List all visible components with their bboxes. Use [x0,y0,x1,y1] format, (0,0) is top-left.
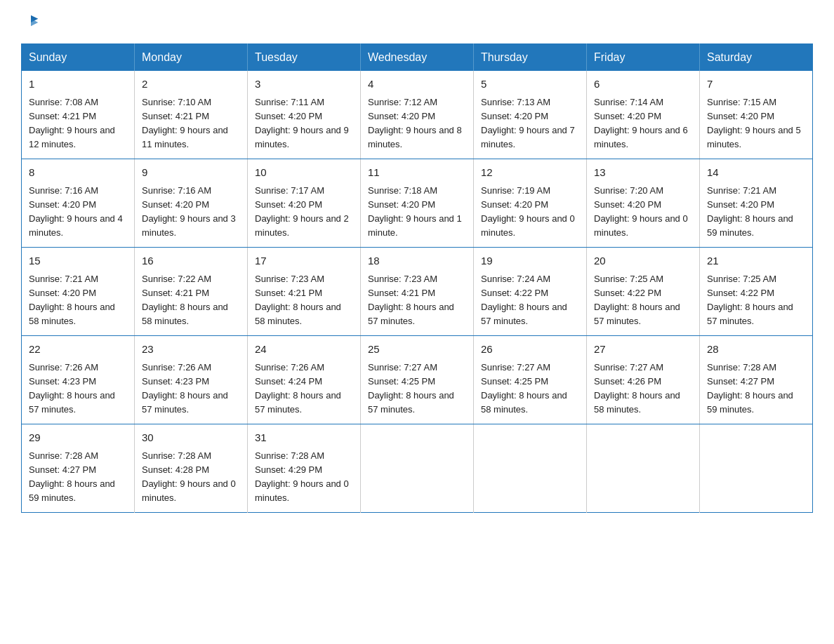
day-number: 1 [29,76,127,93]
day-info: Sunrise: 7:27 AM Sunset: 4:26 PM Dayligh… [594,361,692,417]
day-info: Sunrise: 7:28 AM Sunset: 4:29 PM Dayligh… [255,449,353,506]
calendar-day-cell: 25 Sunrise: 7:27 AM Sunset: 4:25 PM Dayl… [361,336,474,424]
day-number: 4 [368,76,466,93]
day-info: Sunrise: 7:12 AM Sunset: 4:20 PM Dayligh… [368,95,466,152]
calendar-empty-cell [361,424,474,513]
weekday-header-monday: Monday [135,44,248,72]
calendar-day-cell: 26 Sunrise: 7:27 AM Sunset: 4:25 PM Dayl… [474,336,587,424]
calendar-week-row: 15 Sunrise: 7:21 AM Sunset: 4:20 PM Dayl… [22,248,813,336]
calendar-empty-cell [587,424,700,513]
calendar-week-row: 1 Sunrise: 7:08 AM Sunset: 4:21 PM Dayli… [22,71,813,159]
day-number: 16 [142,253,240,269]
day-number: 20 [594,253,692,269]
day-number: 24 [255,342,353,358]
calendar-header-row: SundayMondayTuesdayWednesdayThursdayFrid… [22,44,813,72]
logo-flag-icon [22,14,39,31]
calendar-week-row: 22 Sunrise: 7:26 AM Sunset: 4:23 PM Dayl… [22,336,813,424]
day-info: Sunrise: 7:25 AM Sunset: 4:22 PM Dayligh… [594,272,692,329]
calendar-day-cell: 9 Sunrise: 7:16 AM Sunset: 4:20 PM Dayli… [135,159,248,248]
day-number: 22 [29,342,127,358]
day-info: Sunrise: 7:15 AM Sunset: 4:20 PM Dayligh… [707,95,805,152]
calendar-day-cell: 2 Sunrise: 7:10 AM Sunset: 4:21 PM Dayli… [135,71,248,159]
calendar-empty-cell [474,424,587,513]
weekday-header-tuesday: Tuesday [248,44,361,72]
day-number: 25 [368,342,466,358]
calendar-day-cell: 12 Sunrise: 7:19 AM Sunset: 4:20 PM Dayl… [474,159,587,248]
weekday-header-wednesday: Wednesday [361,44,474,72]
weekday-header-friday: Friday [587,44,700,72]
weekday-header-thursday: Thursday [474,44,587,72]
day-info: Sunrise: 7:26 AM Sunset: 4:24 PM Dayligh… [255,361,353,417]
day-info: Sunrise: 7:22 AM Sunset: 4:21 PM Dayligh… [142,272,240,329]
day-info: Sunrise: 7:16 AM Sunset: 4:20 PM Dayligh… [29,184,127,241]
day-number: 13 [594,165,692,181]
day-number: 6 [594,76,692,93]
calendar-week-row: 8 Sunrise: 7:16 AM Sunset: 4:20 PM Dayli… [22,159,813,248]
calendar-table: SundayMondayTuesdayWednesdayThursdayFrid… [21,43,813,513]
day-number: 11 [368,165,466,181]
calendar-day-cell: 21 Sunrise: 7:25 AM Sunset: 4:22 PM Dayl… [700,248,813,336]
day-number: 30 [142,430,240,446]
day-info: Sunrise: 7:27 AM Sunset: 4:25 PM Dayligh… [368,361,466,417]
calendar-day-cell: 29 Sunrise: 7:28 AM Sunset: 4:27 PM Dayl… [22,424,135,513]
calendar-day-cell: 27 Sunrise: 7:27 AM Sunset: 4:26 PM Dayl… [587,336,700,424]
day-number: 17 [255,253,353,269]
calendar-week-row: 29 Sunrise: 7:28 AM Sunset: 4:27 PM Dayl… [22,424,813,513]
page-header [21,14,813,31]
day-info: Sunrise: 7:20 AM Sunset: 4:20 PM Dayligh… [594,184,692,241]
logo [21,14,39,31]
calendar-day-cell: 8 Sunrise: 7:16 AM Sunset: 4:20 PM Dayli… [22,159,135,248]
day-info: Sunrise: 7:21 AM Sunset: 4:20 PM Dayligh… [707,184,805,241]
day-info: Sunrise: 7:18 AM Sunset: 4:20 PM Dayligh… [368,184,466,241]
day-number: 14 [707,165,805,181]
calendar-day-cell: 11 Sunrise: 7:18 AM Sunset: 4:20 PM Dayl… [361,159,474,248]
day-info: Sunrise: 7:17 AM Sunset: 4:20 PM Dayligh… [255,184,353,241]
day-info: Sunrise: 7:23 AM Sunset: 4:21 PM Dayligh… [255,272,353,329]
calendar-day-cell: 4 Sunrise: 7:12 AM Sunset: 4:20 PM Dayli… [361,71,474,159]
calendar-day-cell: 15 Sunrise: 7:21 AM Sunset: 4:20 PM Dayl… [22,248,135,336]
day-number: 26 [481,342,579,358]
day-number: 15 [29,253,127,269]
day-info: Sunrise: 7:13 AM Sunset: 4:20 PM Dayligh… [481,95,579,152]
calendar-day-cell: 10 Sunrise: 7:17 AM Sunset: 4:20 PM Dayl… [248,159,361,248]
day-number: 7 [707,76,805,93]
calendar-day-cell: 7 Sunrise: 7:15 AM Sunset: 4:20 PM Dayli… [700,71,813,159]
calendar-empty-cell [700,424,813,513]
day-number: 10 [255,165,353,181]
day-info: Sunrise: 7:14 AM Sunset: 4:20 PM Dayligh… [594,95,692,152]
day-info: Sunrise: 7:27 AM Sunset: 4:25 PM Dayligh… [481,361,579,417]
day-number: 31 [255,430,353,446]
calendar-day-cell: 14 Sunrise: 7:21 AM Sunset: 4:20 PM Dayl… [700,159,813,248]
day-info: Sunrise: 7:08 AM Sunset: 4:21 PM Dayligh… [29,95,127,152]
weekday-header-sunday: Sunday [22,44,135,72]
day-info: Sunrise: 7:24 AM Sunset: 4:22 PM Dayligh… [481,272,579,329]
day-info: Sunrise: 7:11 AM Sunset: 4:20 PM Dayligh… [255,95,353,152]
day-number: 19 [481,253,579,269]
calendar-day-cell: 28 Sunrise: 7:28 AM Sunset: 4:27 PM Dayl… [700,336,813,424]
day-info: Sunrise: 7:26 AM Sunset: 4:23 PM Dayligh… [29,361,127,417]
day-info: Sunrise: 7:21 AM Sunset: 4:20 PM Dayligh… [29,272,127,329]
calendar-day-cell: 3 Sunrise: 7:11 AM Sunset: 4:20 PM Dayli… [248,71,361,159]
day-info: Sunrise: 7:10 AM Sunset: 4:21 PM Dayligh… [142,95,240,152]
day-number: 18 [368,253,466,269]
day-number: 12 [481,165,579,181]
calendar-day-cell: 6 Sunrise: 7:14 AM Sunset: 4:20 PM Dayli… [587,71,700,159]
day-info: Sunrise: 7:28 AM Sunset: 4:28 PM Dayligh… [142,449,240,506]
calendar-day-cell: 20 Sunrise: 7:25 AM Sunset: 4:22 PM Dayl… [587,248,700,336]
calendar-day-cell: 17 Sunrise: 7:23 AM Sunset: 4:21 PM Dayl… [248,248,361,336]
calendar-day-cell: 5 Sunrise: 7:13 AM Sunset: 4:20 PM Dayli… [474,71,587,159]
day-info: Sunrise: 7:25 AM Sunset: 4:22 PM Dayligh… [707,272,805,329]
day-number: 27 [594,342,692,358]
calendar-day-cell: 30 Sunrise: 7:28 AM Sunset: 4:28 PM Dayl… [135,424,248,513]
day-number: 3 [255,76,353,93]
day-info: Sunrise: 7:19 AM Sunset: 4:20 PM Dayligh… [481,184,579,241]
day-number: 29 [29,430,127,446]
day-number: 9 [142,165,240,181]
day-number: 8 [29,165,127,181]
day-number: 5 [481,76,579,93]
calendar-day-cell: 18 Sunrise: 7:23 AM Sunset: 4:21 PM Dayl… [361,248,474,336]
day-info: Sunrise: 7:26 AM Sunset: 4:23 PM Dayligh… [142,361,240,417]
day-number: 23 [142,342,240,358]
calendar-day-cell: 1 Sunrise: 7:08 AM Sunset: 4:21 PM Dayli… [22,71,135,159]
weekday-header-saturday: Saturday [700,44,813,72]
